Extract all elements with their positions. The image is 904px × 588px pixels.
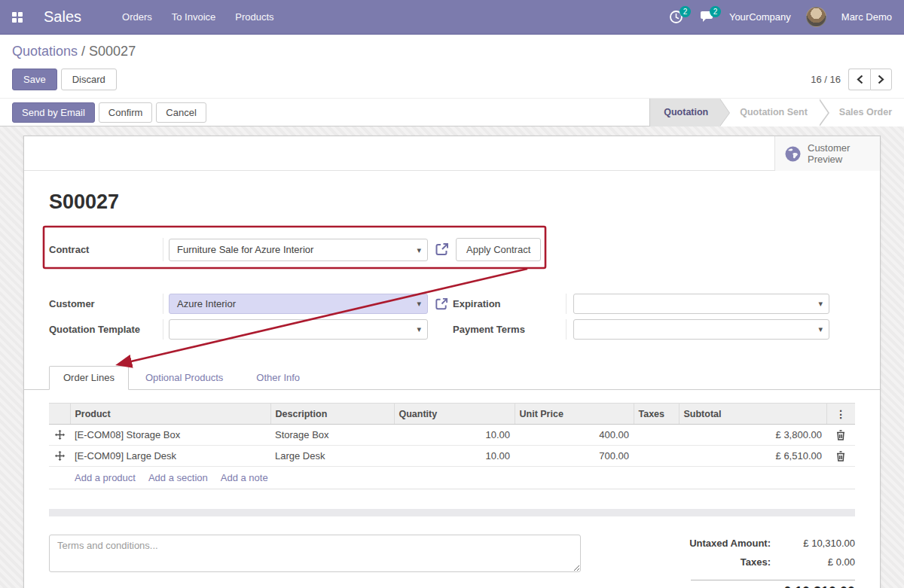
discard-button[interactable]: Discard xyxy=(61,69,117,90)
caret-down-icon: ▾ xyxy=(417,294,421,313)
user-avatar[interactable] xyxy=(806,7,826,27)
move-icon xyxy=(55,451,65,461)
form-statusbar: Send by Email Confirm Cancel Quotation Q… xyxy=(0,98,904,126)
activity-menu-button[interactable]: 2 xyxy=(669,10,684,25)
tab-other-info[interactable]: Other Info xyxy=(240,367,316,389)
product-column-header[interactable]: Product xyxy=(70,404,270,425)
menu-orders[interactable]: Orders xyxy=(122,11,152,23)
description-column-header[interactable]: Description xyxy=(270,404,394,425)
external-link-icon[interactable] xyxy=(434,242,450,257)
subtotal-cell: £ 6,510.00 xyxy=(679,446,826,467)
move-icon xyxy=(55,430,65,440)
external-link-icon[interactable] xyxy=(434,297,449,312)
quantity-column-header[interactable]: Quantity xyxy=(394,404,515,425)
field-group: Customer Azure Interior ▾ Expiration ▾ Q… xyxy=(49,294,855,340)
pager-value: 16 / 16 xyxy=(811,74,841,85)
order-lines-table: Product Description Quantity Unit Price … xyxy=(49,403,855,467)
total-value: £ 10,310.00 xyxy=(771,584,855,588)
customer-preview-button[interactable]: Customer Preview xyxy=(774,136,880,171)
caret-down-icon: ▾ xyxy=(417,320,421,339)
quotation-template-label: Quotation Template xyxy=(49,324,163,335)
cancel-button[interactable]: Cancel xyxy=(156,102,206,123)
save-button[interactable]: Save xyxy=(12,69,57,90)
taxes-value: £ 0.00 xyxy=(771,556,855,568)
taxes-cell[interactable] xyxy=(634,446,679,467)
add-a-note-link[interactable]: Add a note xyxy=(221,472,268,483)
untaxed-amount-value: £ 10,310.00 xyxy=(771,538,855,549)
send-by-email-button[interactable]: Send by Email xyxy=(12,102,95,123)
totals-summary: Untaxed Amount: £ 10,310.00 Taxes: £ 0.0… xyxy=(629,535,855,588)
drag-handle[interactable] xyxy=(49,425,70,446)
delete-row-button[interactable] xyxy=(826,425,855,446)
contract-label: Contract xyxy=(49,238,163,261)
drag-handle[interactable] xyxy=(49,446,70,467)
tab-order-lines[interactable]: Order Lines xyxy=(49,366,129,390)
table-row[interactable]: [E-COM09] Large Desk Large Desk 10.00 70… xyxy=(49,446,855,467)
taxes-column-header[interactable]: Taxes xyxy=(634,404,679,425)
horizontal-scrollbar-track[interactable] xyxy=(49,509,855,516)
add-a-product-link[interactable]: Add a product xyxy=(75,472,136,483)
control-panel: Quotations / S00027 Save Discard 16 / 16 xyxy=(0,35,904,98)
trash-icon xyxy=(836,430,845,440)
untaxed-amount-label: Untaxed Amount: xyxy=(689,538,771,549)
pager-previous-button[interactable] xyxy=(848,69,870,90)
menu-products[interactable]: Products xyxy=(235,11,273,23)
breadcrumb-current: S00027 xyxy=(89,44,136,59)
breadcrumb: Quotations / S00027 xyxy=(12,44,892,59)
app-brand[interactable]: Sales xyxy=(44,8,81,26)
menu-to-invoice[interactable]: To Invoice xyxy=(172,11,216,23)
customer-preview-label: Customer Preview xyxy=(808,142,850,165)
product-cell[interactable]: [E-COM08] Storage Box xyxy=(70,425,270,446)
customer-select[interactable]: Azure Interior ▾ xyxy=(169,294,428,314)
quantity-cell[interactable]: 10.00 xyxy=(394,425,515,446)
payment-terms-label: Payment Terms xyxy=(453,324,566,335)
optional-columns-header[interactable]: ⋮ xyxy=(826,404,855,425)
company-switcher[interactable]: YourCompany xyxy=(729,11,791,23)
add-a-section-link[interactable]: Add a section xyxy=(148,472,208,483)
quantity-cell[interactable]: 10.00 xyxy=(394,446,515,467)
chevron-right-icon xyxy=(878,75,884,84)
tab-optional-products[interactable]: Optional Products xyxy=(129,367,240,389)
breadcrumb-separator: / xyxy=(78,44,89,59)
description-cell[interactable]: Large Desk xyxy=(270,446,394,467)
confirm-button[interactable]: Confirm xyxy=(99,102,153,123)
caret-down-icon: ▾ xyxy=(818,320,823,339)
quotation-template-select[interactable]: ▾ xyxy=(169,319,428,340)
globe-icon xyxy=(785,146,801,162)
table-row[interactable]: [E-COM08] Storage Box Storage Box 10.00 … xyxy=(49,425,855,446)
subtotal-cell: £ 3,800.00 xyxy=(679,425,826,446)
expiration-select[interactable]: ▾ xyxy=(573,294,829,314)
caret-down-icon: ▾ xyxy=(417,239,421,260)
messages-menu-button[interactable]: 2 xyxy=(699,10,714,25)
status-step-sales-order[interactable]: Sales Order xyxy=(820,99,904,126)
unit-price-cell[interactable]: 400.00 xyxy=(515,425,634,446)
status-pipeline: Quotation Quotation Sent Sales Order xyxy=(649,99,904,126)
apps-menu-button[interactable] xyxy=(0,0,35,35)
apps-grid-icon xyxy=(12,12,23,23)
kebab-menu-icon[interactable]: ⋮ xyxy=(835,408,846,420)
activity-badge: 2 xyxy=(680,6,691,17)
breadcrumb-quotations-link[interactable]: Quotations xyxy=(12,44,78,59)
main-menus: Orders To Invoice Products xyxy=(122,11,274,23)
table-footer-links: Add a product Add a section Add a note xyxy=(49,467,855,489)
description-cell[interactable]: Storage Box xyxy=(270,425,394,446)
payment-terms-select[interactable]: ▾ xyxy=(573,319,829,340)
unit-price-column-header[interactable]: Unit Price xyxy=(515,404,634,425)
contract-field-row: Contract Furniture Sale for Azure Interi… xyxy=(49,238,880,261)
status-step-quotation[interactable]: Quotation xyxy=(650,99,720,126)
status-step-quotation-sent[interactable]: Quotation Sent xyxy=(720,99,820,126)
unit-price-cell[interactable]: 700.00 xyxy=(515,446,634,467)
taxes-label: Taxes: xyxy=(741,556,771,568)
totals-divider xyxy=(691,580,855,580)
apply-contract-button[interactable]: Apply Contract xyxy=(456,238,541,261)
table-header-row: Product Description Quantity Unit Price … xyxy=(49,404,855,425)
user-menu[interactable]: Marc Demo xyxy=(841,11,892,23)
contract-select[interactable]: Furniture Sale for Azure Interior ▾ xyxy=(169,239,428,261)
product-cell[interactable]: [E-COM09] Large Desk xyxy=(70,446,270,467)
subtotal-column-header[interactable]: Subtotal xyxy=(679,404,826,425)
terms-and-conditions-textarea[interactable] xyxy=(49,535,581,572)
delete-row-button[interactable] xyxy=(826,446,855,467)
taxes-cell[interactable] xyxy=(634,425,679,446)
pager-next-button[interactable] xyxy=(870,69,892,90)
handle-column-header xyxy=(49,404,70,425)
